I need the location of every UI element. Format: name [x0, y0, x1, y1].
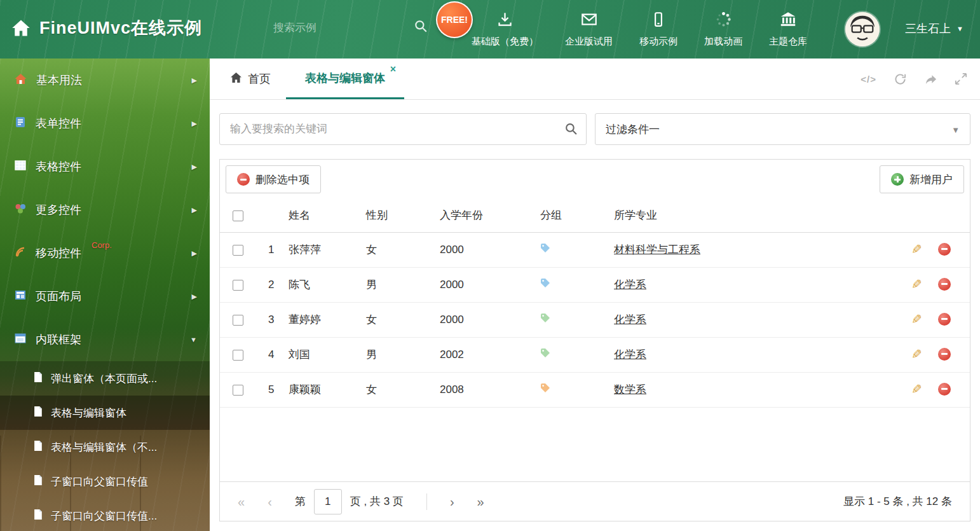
file-icon: [33, 371, 43, 386]
signal-icon: [14, 245, 27, 261]
home-icon: [14, 72, 27, 88]
user-menu[interactable]: 三生石上 ▼: [905, 21, 963, 36]
sidebar-item-iframe[interactable]: 内联框架 ▼: [0, 318, 210, 361]
major-link[interactable]: 化学系: [614, 348, 646, 361]
sidebar-subitem-grid-edit-window[interactable]: 表格与编辑窗体: [0, 396, 210, 430]
header-search-input[interactable]: [273, 22, 414, 34]
cell-gender: 女: [361, 372, 435, 407]
keyword-search: [219, 113, 587, 145]
free-badge: FREE!: [436, 1, 473, 38]
nav-item-basic-free[interactable]: 基础版（免费）: [472, 11, 538, 48]
delete-row-icon[interactable]: [938, 383, 951, 396]
data-table: 姓名 性别 入学年份 分组 所学专业 1 张萍萍 女 2000: [220, 199, 970, 408]
filter-dropdown[interactable]: 过滤条件一 ▼: [595, 113, 970, 145]
edit-icon[interactable]: ✎: [911, 348, 922, 361]
table-row: 5 康颖颖 女 2008 数学系 ✎: [220, 372, 970, 407]
sidebar-item-mobile-controls[interactable]: 移动控件 Corp. ▶: [0, 231, 210, 275]
sidebar-item-page-layout[interactable]: 页面布局 ▶: [0, 275, 210, 318]
user-avatar[interactable]: [845, 12, 880, 46]
nav-label: 主题仓库: [769, 36, 807, 48]
expand-icon[interactable]: [955, 72, 967, 85]
grid-panel: 删除选中项 新增用户 姓名 性别 入学年份 分组 所学专业: [219, 159, 970, 521]
close-icon[interactable]: ×: [390, 64, 396, 74]
home-icon: [230, 72, 242, 86]
edit-icon[interactable]: ✎: [911, 383, 922, 396]
nav-item-mobile-demo[interactable]: 移动示例: [639, 11, 677, 48]
table-row: 4 刘国 男 2002 化学系 ✎: [220, 337, 970, 372]
corp-badge: Corp.: [92, 240, 112, 250]
sidebar-subitem-grid-edit-window-2[interactable]: 表格与编辑窗体（不...: [0, 430, 210, 464]
tab-grid-edit-window[interactable]: 表格与编辑窗体 ×: [286, 59, 404, 99]
search-icon[interactable]: [414, 19, 428, 36]
sidebar-subitem-child-to-parent-2[interactable]: 子窗口向父窗口传值...: [0, 499, 210, 531]
tab-home[interactable]: 首页: [210, 59, 286, 99]
record-count-summary: 显示 1 - 5 条 , 共 12 条: [843, 494, 952, 509]
delete-row-icon[interactable]: [938, 243, 951, 256]
tab-label: 首页: [248, 71, 271, 86]
sidebar-item-grid-controls[interactable]: 表格控件 ▶: [0, 145, 210, 188]
keyword-search-input[interactable]: [219, 113, 587, 145]
sidebar-item-basic-usage[interactable]: 基本用法 ▶: [0, 59, 210, 102]
major-link[interactable]: 化学系: [614, 279, 646, 291]
sidebar-subitem-label: 弹出窗体（本页面或...: [51, 371, 157, 386]
delete-row-icon[interactable]: [938, 348, 951, 361]
row-checkbox[interactable]: [233, 385, 243, 396]
nav-label: 基础版（免费）: [472, 36, 538, 48]
sidebar-subitem-child-to-parent[interactable]: 子窗口向父窗口传值: [0, 464, 210, 499]
table-icon: [14, 159, 27, 175]
row-checkbox[interactable]: [233, 315, 243, 326]
nav-item-theme-repo[interactable]: 主题仓库: [769, 11, 807, 48]
first-page-button[interactable]: «: [238, 495, 245, 508]
cell-year: 2002: [435, 337, 535, 372]
row-checkbox[interactable]: [233, 350, 243, 361]
add-user-button[interactable]: 新增用户: [880, 165, 964, 193]
delete-row-icon[interactable]: [938, 313, 951, 326]
cell-name: 张萍萍: [283, 232, 361, 267]
sidebar-subitem-popup-window[interactable]: 弹出窗体（本页面或...: [0, 361, 210, 396]
delete-selected-button[interactable]: 删除选中项: [226, 165, 321, 193]
sidebar-item-label: 基本用法: [36, 72, 82, 88]
major-link[interactable]: 数学系: [614, 383, 646, 396]
header-search[interactable]: [273, 19, 404, 36]
sidebar-item-more-controls[interactable]: 更多控件 ▶: [0, 188, 210, 231]
row-index: 4: [255, 337, 283, 372]
view-source-icon[interactable]: </>: [861, 74, 876, 85]
download-icon: [496, 11, 514, 31]
next-page-button[interactable]: ›: [450, 495, 454, 508]
last-page-button[interactable]: »: [477, 495, 484, 508]
app-title: FineUIMvc在线示例: [39, 17, 202, 39]
sidebar-item-form-controls[interactable]: 表单控件 ▶: [0, 102, 210, 145]
edit-icon[interactable]: ✎: [911, 313, 922, 326]
nav-item-enterprise-trial[interactable]: 企业版试用: [565, 11, 613, 48]
sidebar-item-label: 内联框架: [36, 332, 81, 347]
row-index: 5: [255, 372, 283, 407]
major-link[interactable]: 材料科学与工程系: [614, 244, 700, 256]
select-all-checkbox[interactable]: [233, 210, 243, 221]
sidebar-item-label: 移动控件: [36, 245, 81, 261]
delete-row-icon[interactable]: [938, 278, 951, 291]
brand[interactable]: FineUIMvc在线示例: [11, 17, 202, 39]
form-icon: [14, 116, 27, 132]
prev-page-button[interactable]: ‹: [268, 495, 272, 508]
minus-icon: [237, 173, 250, 186]
refresh-icon[interactable]: [894, 72, 907, 86]
column-header-actions: [887, 199, 970, 232]
cell-gender: 女: [361, 302, 435, 337]
column-header-gender: 性别: [361, 199, 435, 232]
row-checkbox[interactable]: [233, 245, 243, 256]
cell-gender: 男: [361, 267, 435, 302]
row-index: 1: [255, 232, 283, 267]
edit-icon[interactable]: ✎: [911, 243, 922, 256]
major-link[interactable]: 化学系: [614, 314, 646, 326]
cell-name: 康颖颖: [283, 372, 361, 407]
edit-icon[interactable]: ✎: [911, 278, 922, 291]
nav-item-loading-animation[interactable]: 加载动画: [704, 11, 742, 48]
search-icon[interactable]: [564, 122, 578, 139]
page-input[interactable]: [314, 489, 342, 514]
table-row: 3 董婷婷 女 2000 化学系 ✎: [220, 302, 970, 337]
frame-icon: [14, 332, 27, 348]
tab-label: 表格与编辑窗体: [305, 71, 385, 86]
share-icon[interactable]: [924, 72, 937, 86]
filter-dropdown-value: 过滤条件一: [606, 122, 660, 137]
row-checkbox[interactable]: [233, 280, 243, 291]
